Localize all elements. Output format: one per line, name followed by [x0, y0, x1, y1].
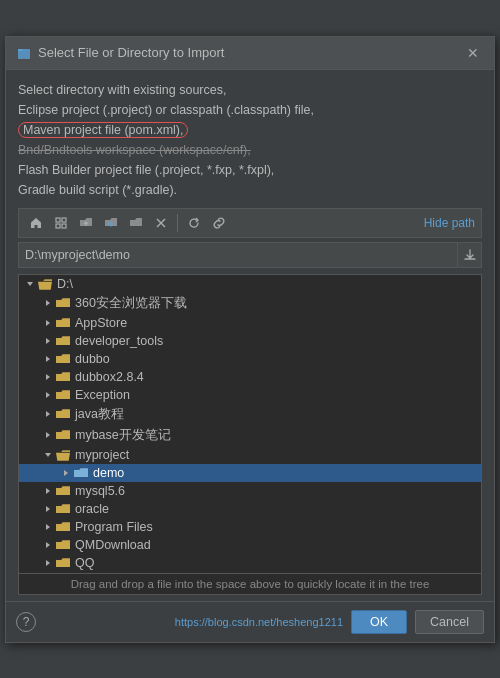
- tree-item-label: QMDownload: [75, 538, 151, 552]
- svg-rect-37: [56, 541, 70, 542]
- tree-expand-icon[interactable]: [41, 556, 55, 570]
- tree-item-label: developer_tools: [75, 334, 163, 348]
- svg-marker-34: [46, 524, 50, 530]
- folder-icon: [55, 484, 71, 498]
- tree-expand-icon[interactable]: [41, 296, 55, 310]
- tree-item-label: dubbox2.8.4: [75, 370, 144, 384]
- hide-path-button[interactable]: Hide path: [424, 216, 475, 230]
- tree-expand-icon[interactable]: [41, 388, 55, 402]
- tree-item[interactable]: QQ: [19, 554, 481, 572]
- svg-rect-31: [56, 487, 70, 488]
- home-icon[interactable]: [25, 212, 47, 234]
- tree-expand-icon[interactable]: [41, 334, 55, 348]
- folder-icon: [55, 502, 71, 516]
- folder-icon: [55, 428, 71, 442]
- toolbar-separator: [177, 214, 178, 232]
- tree-item[interactable]: dubbo: [19, 350, 481, 368]
- tree-expand-icon[interactable]: [41, 428, 55, 442]
- svg-marker-17: [46, 356, 50, 362]
- tree-expand-icon[interactable]: [41, 407, 55, 421]
- path-download-button[interactable]: [457, 243, 481, 267]
- tree-item[interactable]: demo: [19, 464, 481, 482]
- svg-rect-26: [56, 432, 70, 433]
- footer-right: https://blog.csdn.net/hesheng1211 OK Can…: [175, 610, 484, 634]
- folder-icon: [55, 388, 71, 402]
- folder-icon: [55, 316, 71, 330]
- new-folder-icon[interactable]: [100, 212, 122, 234]
- folder-up-icon[interactable]: [75, 212, 97, 234]
- tree-expand-icon[interactable]: [41, 352, 55, 366]
- tree-expand-icon[interactable]: [41, 538, 55, 552]
- maven-highlight: Maven project file (pom.xml),: [18, 122, 188, 138]
- tree-expand-icon[interactable]: [23, 277, 37, 291]
- tree-expand-icon[interactable]: [41, 484, 55, 498]
- tree-item[interactable]: developer_tools: [19, 332, 481, 350]
- desc-line1: Select directory with existing sources,: [18, 83, 226, 97]
- svg-rect-39: [56, 559, 70, 560]
- folder-icon: [37, 277, 53, 291]
- svg-marker-23: [46, 411, 50, 417]
- tree-item[interactable]: mysql5.6: [19, 482, 481, 500]
- svg-rect-4: [56, 224, 60, 228]
- folder-icon: [55, 370, 71, 384]
- tree-item-label: myproject: [75, 448, 129, 462]
- tree-expand-icon[interactable]: [41, 520, 55, 534]
- folder-icon: [55, 520, 71, 534]
- close-button[interactable]: ✕: [462, 43, 484, 63]
- svg-marker-19: [46, 374, 50, 380]
- refresh-icon[interactable]: [183, 212, 205, 234]
- folder-icon: [55, 352, 71, 366]
- footer-url: https://blog.csdn.net/hesheng1211: [175, 616, 343, 628]
- svg-marker-21: [46, 392, 50, 398]
- tree-item[interactable]: dubbox2.8.4: [19, 368, 481, 386]
- dialog-title: Select File or Directory to Import: [38, 45, 224, 60]
- tree-item[interactable]: AppStore: [19, 314, 481, 332]
- tree-item-label: mysql5.6: [75, 484, 125, 498]
- cancel-button[interactable]: Cancel: [415, 610, 484, 634]
- tree-expand-icon[interactable]: [41, 448, 55, 462]
- svg-marker-15: [46, 338, 50, 344]
- delete-icon[interactable]: [150, 212, 172, 234]
- desc-line5: Gradle build script (*.gradle).: [18, 183, 177, 197]
- description-text: Select directory with existing sources, …: [18, 80, 482, 200]
- svg-rect-20: [56, 373, 70, 374]
- tree-item[interactable]: 360安全浏览器下载: [19, 293, 481, 314]
- svg-rect-12: [56, 300, 70, 301]
- import-dialog: Select File or Directory to Import ✕ Sel…: [5, 36, 495, 643]
- svg-marker-10: [27, 282, 33, 286]
- folder-icon: [55, 407, 71, 421]
- folder-icon: [55, 296, 71, 310]
- tree-item[interactable]: QMDownload: [19, 536, 481, 554]
- footer-left: ?: [16, 612, 36, 632]
- tree-item[interactable]: D:\: [19, 275, 481, 293]
- path-input[interactable]: [19, 244, 457, 266]
- grid-icon[interactable]: [50, 212, 72, 234]
- help-button[interactable]: ?: [16, 612, 36, 632]
- svg-marker-11: [46, 300, 50, 306]
- tree-expand-icon[interactable]: [41, 370, 55, 384]
- tree-expand-icon[interactable]: [59, 466, 73, 480]
- desc-line3: Bnd/Bndtools workspace (workspace/cnf),: [18, 143, 251, 157]
- svg-rect-22: [56, 391, 70, 392]
- folder-icon2[interactable]: [125, 212, 147, 234]
- svg-rect-18: [56, 355, 70, 356]
- svg-marker-13: [46, 320, 50, 326]
- tree-item[interactable]: java教程: [19, 404, 481, 425]
- tree-item[interactable]: oracle: [19, 500, 481, 518]
- tree-item-label: dubbo: [75, 352, 110, 366]
- folder-icon: [55, 556, 71, 570]
- tree-item[interactable]: Program Files: [19, 518, 481, 536]
- tree-item[interactable]: mybase开发笔记: [19, 425, 481, 446]
- svg-rect-16: [56, 337, 70, 338]
- link-icon[interactable]: [208, 212, 230, 234]
- tree-item-label: mybase开发笔记: [75, 427, 171, 444]
- ok-button[interactable]: OK: [351, 610, 407, 634]
- tree-expand-icon[interactable]: [41, 502, 55, 516]
- tree-item[interactable]: Exception: [19, 386, 481, 404]
- path-row: [18, 242, 482, 268]
- file-tree[interactable]: D:\ 360安全浏览器下载 AppStore developer_tools …: [18, 274, 482, 574]
- tree-item[interactable]: myproject: [19, 446, 481, 464]
- svg-marker-27: [45, 453, 51, 457]
- dialog-icon: [16, 45, 32, 61]
- tree-expand-icon[interactable]: [41, 316, 55, 330]
